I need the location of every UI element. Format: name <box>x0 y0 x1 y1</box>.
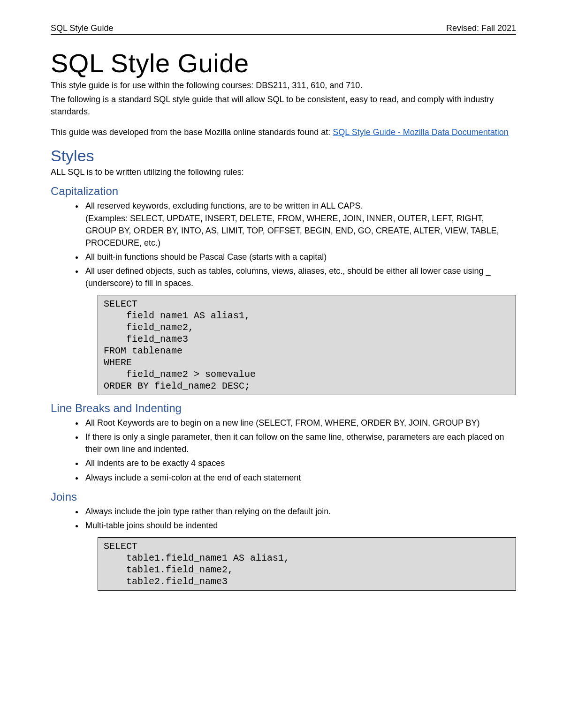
document-title: SQL Style Guide <box>51 48 516 78</box>
styles-intro: ALL SQL is to be written utilizing the f… <box>51 166 516 178</box>
list-item: Always include the join type rather than… <box>84 505 516 518</box>
subsection-heading-joins: Joins <box>51 490 516 503</box>
section-heading-styles: Styles <box>51 147 516 165</box>
list-item: Multi-table joins should be indented <box>84 519 516 532</box>
code-block-capitalization: SELECT field_name1 AS alias1, field_name… <box>98 295 516 395</box>
code-block-joins: SELECT table1.field_name1 AS alias1, tab… <box>98 537 516 591</box>
document-page: SQL Style Guide Revised: Fall 2021 SQL S… <box>0 0 563 728</box>
list-item: All Root Keywords are to begin on a new … <box>84 417 516 429</box>
mozilla-style-guide-link[interactable]: SQL Style Guide - Mozilla Data Documenta… <box>333 128 509 137</box>
capitalization-list: All reserved keywords, excluding functio… <box>51 200 516 289</box>
linebreaks-list: All Root Keywords are to begin on a new … <box>51 417 516 483</box>
list-item: If there is only a single parameter, the… <box>84 431 516 455</box>
joins-list: Always include the join type rather than… <box>51 505 516 532</box>
page-header: SQL Style Guide Revised: Fall 2021 <box>51 23 516 35</box>
subsection-heading-capitalization: Capitalization <box>51 185 516 198</box>
intro-paragraph-2: The following is a standard SQL style gu… <box>51 93 516 118</box>
intro-paragraph-3: This guide was developed from the base M… <box>51 126 516 138</box>
list-item: Always include a semi-colon at the end o… <box>84 472 516 484</box>
header-left: SQL Style Guide <box>51 23 113 33</box>
list-item: All reserved keywords, excluding functio… <box>84 200 516 248</box>
intro-paragraph-1: This style guide is for use within the f… <box>51 79 516 91</box>
list-item: All user defined objects, such as tables… <box>84 265 516 289</box>
intro3-prefix: This guide was developed from the base M… <box>51 128 333 137</box>
list-item: All built-in functions should be Pascal … <box>84 251 516 263</box>
header-right: Revised: Fall 2021 <box>446 23 516 33</box>
list-item: All indents are to be exactly 4 spaces <box>84 457 516 469</box>
subsection-heading-linebreaks: Line Breaks and Indenting <box>51 402 516 415</box>
